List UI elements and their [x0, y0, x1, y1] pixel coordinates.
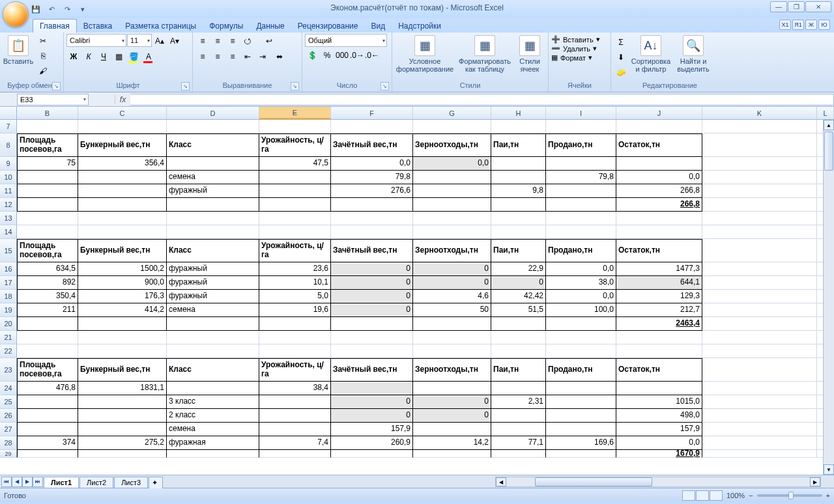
cell[interactable]: 266,8 [616, 198, 702, 212]
cell[interactable]: 77,1 [491, 436, 546, 450]
cell[interactable]: 0 [331, 409, 413, 423]
tab-formulas[interactable]: Формулы [203, 20, 250, 33]
horizontal-scrollbar[interactable]: ◀ ▶ [495, 477, 821, 487]
cell[interactable]: фуражный [167, 276, 259, 290]
row-header[interactable]: 28 [0, 436, 17, 450]
cell[interactable] [78, 423, 167, 436]
col-header-H[interactable]: H [491, 107, 546, 119]
cell[interactable] [78, 331, 167, 344]
cell[interactable]: Урожайность, ц/га [259, 239, 331, 262]
col-header-C[interactable]: C [78, 107, 167, 119]
delete-cells-button[interactable]: ➖Удалить ▾ [551, 44, 597, 53]
cell[interactable]: 350,4 [17, 290, 78, 303]
row-header[interactable]: 17 [0, 276, 17, 290]
row-header[interactable]: 12 [0, 198, 17, 212]
cell[interactable] [491, 344, 546, 358]
cell[interactable] [702, 436, 817, 450]
cell[interactable]: 414,2 [78, 303, 167, 317]
underline-button[interactable]: Ч [96, 49, 111, 64]
cell[interactable]: 22,9 [491, 262, 546, 276]
cell[interactable]: Класс [167, 239, 259, 262]
cell[interactable] [167, 225, 259, 239]
spreadsheet-grid[interactable]: B C D E F G H I J K L 7 8 Площадь посево… [0, 107, 834, 475]
cell[interactable]: 0,0 [413, 157, 491, 171]
grow-font-icon[interactable]: A▴ [152, 34, 167, 48]
cell[interactable] [331, 331, 413, 344]
cell[interactable]: 0 [331, 290, 413, 303]
cell[interactable]: 275,2 [78, 436, 167, 450]
tab-review[interactable]: Рецензирование [291, 20, 365, 33]
cell[interactable] [413, 450, 491, 458]
decrease-indent-icon[interactable]: ⇤ [240, 49, 255, 64]
number-dialog-launcher[interactable]: ↘ [381, 82, 389, 91]
cell[interactable]: 38,0 [546, 276, 616, 290]
cell[interactable] [413, 171, 491, 184]
col-header-L[interactable]: L [817, 107, 834, 119]
autosum-icon[interactable]: Σ [614, 35, 628, 49]
cell[interactable]: 42,42 [491, 290, 546, 303]
cell[interactable]: Бункерный вес,тн [78, 358, 167, 382]
format-painter-icon[interactable]: 🖌 [36, 64, 50, 78]
sheet-tab-new[interactable]: ✦ [149, 477, 163, 488]
font-color-button[interactable]: A [141, 49, 156, 64]
cell[interactable] [491, 382, 546, 395]
cell[interactable] [546, 331, 616, 344]
cell[interactable] [78, 184, 167, 198]
cell[interactable] [546, 450, 616, 458]
row-header[interactable]: 19 [0, 303, 17, 317]
cell[interactable]: 0 [413, 276, 491, 290]
align-bottom-icon[interactable]: ≡ [225, 34, 240, 48]
cell[interactable]: Зерноотходы,тн [413, 133, 491, 157]
cell[interactable] [491, 450, 546, 458]
cell[interactable] [17, 395, 78, 409]
cell-styles-button[interactable]: ▦ Стили ячеек [515, 34, 545, 73]
number-format-dropdown[interactable]: Общий [305, 34, 387, 47]
cell[interactable] [259, 344, 331, 358]
cell[interactable]: 79,8 [546, 171, 616, 184]
cell[interactable] [259, 171, 331, 184]
zoom-level[interactable]: 100% [726, 492, 745, 499]
cell[interactable] [17, 450, 78, 458]
cell[interactable] [702, 450, 817, 458]
cell[interactable]: 0 [413, 262, 491, 276]
scroll-right-icon[interactable]: ▶ [810, 477, 820, 486]
cell[interactable] [616, 225, 702, 239]
increase-indent-icon[interactable]: ⇥ [255, 49, 270, 64]
cell[interactable] [259, 225, 331, 239]
cell[interactable] [702, 317, 817, 331]
cell[interactable] [546, 212, 616, 225]
cell[interactable]: 0,0 [616, 436, 702, 450]
select-all-corner[interactable] [0, 107, 17, 119]
vertical-scroll-thumb[interactable] [824, 132, 833, 171]
cell[interactable]: Класс [167, 358, 259, 382]
cell[interactable]: 260,9 [331, 436, 413, 450]
cell[interactable] [167, 382, 259, 395]
cell[interactable]: 47,5 [259, 157, 331, 171]
cell[interactable] [702, 262, 817, 276]
cell[interactable]: Зачётный вес,тн [331, 133, 413, 157]
format-cells-button[interactable]: ▦Формат ▾ [551, 53, 592, 62]
cell[interactable] [702, 409, 817, 423]
cell[interactable] [17, 344, 78, 358]
row-header[interactable]: 24 [0, 382, 17, 395]
cell[interactable]: 0 [331, 395, 413, 409]
cell[interactable] [17, 120, 78, 133]
formula-input[interactable] [130, 94, 834, 105]
cell[interactable] [546, 157, 616, 171]
cell[interactable] [546, 344, 616, 358]
cell[interactable] [17, 184, 78, 198]
cell[interactable] [167, 344, 259, 358]
col-header-D[interactable]: D [167, 107, 259, 119]
cell[interactable] [259, 395, 331, 409]
cell[interactable]: семена [167, 171, 259, 184]
cell[interactable] [167, 331, 259, 344]
sort-filter-button[interactable]: A↓ Сортировка и фильтр [630, 34, 672, 73]
zoom-slider-thumb[interactable] [788, 492, 794, 499]
cell[interactable] [167, 212, 259, 225]
cell[interactable] [259, 317, 331, 331]
cell[interactable]: 634,5 [17, 262, 78, 276]
row-header[interactable]: 7 [0, 120, 17, 133]
cell[interactable]: Остаток,тн [616, 239, 702, 262]
border-button[interactable]: ▦ [111, 49, 126, 64]
cell[interactable]: 3 класс [167, 395, 259, 409]
